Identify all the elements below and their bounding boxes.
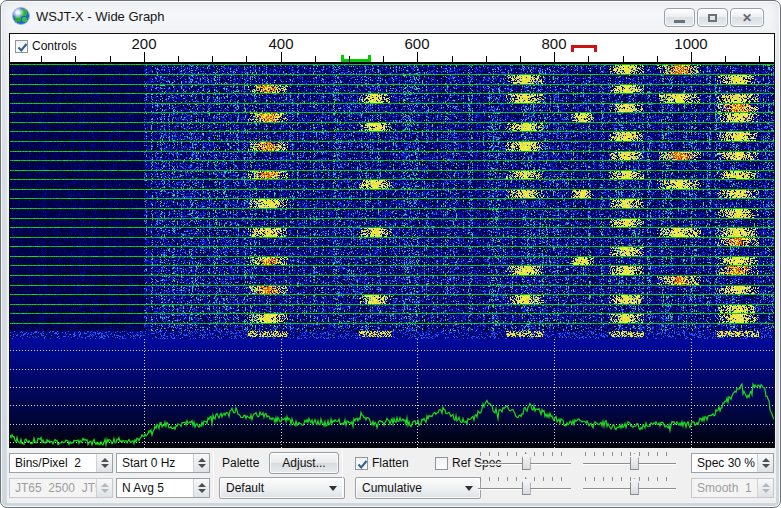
spinner-down-icon xyxy=(101,489,109,493)
jt65-jt9-split-spinner: JT65 2500 JT9 xyxy=(9,478,113,498)
spinner-up-icon[interactable] xyxy=(198,458,206,462)
scale-tick xyxy=(520,56,521,62)
scale-tick xyxy=(759,56,760,62)
palette-select[interactable]: Default xyxy=(219,477,345,499)
scale-tick xyxy=(554,52,555,62)
window-title: WSJT-X - Wide Graph xyxy=(36,9,165,24)
scale-tick-label: 200 xyxy=(122,35,166,52)
spinner-up-icon[interactable] xyxy=(101,458,109,462)
n-avg-value: N Avg 5 xyxy=(117,481,164,495)
spinner-down-icon[interactable] xyxy=(101,464,109,468)
scale-tick xyxy=(588,56,589,62)
spinner-up-icon[interactable] xyxy=(198,483,206,487)
spinner-down-icon xyxy=(762,489,770,493)
spinner-buttons[interactable] xyxy=(96,454,112,472)
scale-tick xyxy=(383,56,384,62)
smooth-value: Smooth 1 xyxy=(692,481,752,495)
wsjtx-wide-graph-window: WSJT-X - Wide Graph ✕ Controls 200400600… xyxy=(0,0,781,508)
adjust-button[interactable]: Adjust... xyxy=(269,452,339,474)
bins-pixel-value: Bins/Pixel 2 xyxy=(10,456,81,470)
spinner-buttons[interactable] xyxy=(193,479,209,497)
group-separator xyxy=(342,451,343,497)
spinner-down-icon[interactable] xyxy=(198,489,206,493)
group-separator xyxy=(213,451,214,497)
flatten-checkbox-box[interactable] xyxy=(355,457,368,470)
spinner-up-icon xyxy=(762,483,770,487)
spectrum-mode-select[interactable]: Cumulative xyxy=(355,477,481,499)
slider-bottom-left[interactable] xyxy=(478,476,571,500)
window-frame: WSJT-X - Wide Graph ✕ Controls 200400600… xyxy=(0,0,781,508)
close-button[interactable]: ✕ xyxy=(730,8,764,27)
maximize-button[interactable] xyxy=(697,8,728,27)
bins-pixel-spinner[interactable]: Bins/Pixel 2 xyxy=(9,453,113,473)
spectrum-display[interactable] xyxy=(10,331,774,449)
spec-percent-spinner[interactable]: Spec 30 % xyxy=(691,453,774,473)
minimize-button[interactable] xyxy=(664,8,695,27)
start-hz-spinner[interactable]: Start 0 Hz xyxy=(116,453,210,473)
controls-checkbox[interactable]: Controls xyxy=(15,39,77,53)
spinner-down-icon[interactable] xyxy=(198,464,206,468)
scale-tick xyxy=(75,56,76,62)
start-hz-value: Start 0 Hz xyxy=(117,456,175,470)
scale-tick-label: 800 xyxy=(532,35,576,52)
spinner-up-icon xyxy=(101,483,109,487)
titlebar[interactable]: WSJT-X - Wide Graph ✕ xyxy=(2,2,779,30)
scale-tick-label: 1000 xyxy=(669,35,713,52)
spinner-buttons[interactable] xyxy=(193,454,209,472)
jt65-jt9-split-value: JT65 2500 JT9 xyxy=(10,481,102,495)
close-icon: ✕ xyxy=(731,11,763,25)
scale-tick xyxy=(657,56,658,62)
slider-groove[interactable] xyxy=(583,463,676,465)
scale-tick xyxy=(725,56,726,62)
palette-label: Palette xyxy=(222,453,268,473)
minimize-icon xyxy=(674,20,685,23)
scale-tick xyxy=(315,56,316,62)
spectrum-mode-selected-value: Cumulative xyxy=(362,481,422,495)
scale-tick xyxy=(623,56,624,62)
client-area: Controls 2004006008001000 Bins/Pixel 2 S… xyxy=(7,30,776,503)
palette-selected-value: Default xyxy=(226,481,264,495)
scale-tick xyxy=(246,56,247,62)
scale-tick xyxy=(110,56,111,62)
scale-tick xyxy=(452,56,453,62)
scale-tick xyxy=(144,52,145,62)
chevron-down-icon xyxy=(465,486,473,491)
frequency-scale[interactable]: Controls 2004006008001000 xyxy=(10,34,774,63)
slider-groove[interactable] xyxy=(583,488,676,490)
spinner-buttons xyxy=(96,479,112,497)
scale-tick xyxy=(41,56,42,62)
scale-tick-label: 600 xyxy=(395,35,439,52)
slider-bottom-right[interactable] xyxy=(583,476,676,500)
flatten-checkbox[interactable]: Flatten xyxy=(355,456,409,470)
scale-tick xyxy=(486,56,487,62)
wsjtx-logo-icon xyxy=(13,8,29,24)
maximize-icon xyxy=(708,14,717,22)
plot-frame: Controls 2004006008001000 xyxy=(9,33,775,448)
spec-percent-value: Spec 30 % xyxy=(692,456,755,470)
controls-checkbox-label: Controls xyxy=(32,39,77,53)
rx-frequency-marker xyxy=(341,55,371,62)
scale-tick xyxy=(178,56,179,62)
spinner-up-icon[interactable] xyxy=(762,458,770,462)
slider-top-right[interactable] xyxy=(583,451,676,475)
waterfall-display[interactable] xyxy=(10,64,774,331)
scale-tick xyxy=(349,56,350,62)
slider-ticks xyxy=(585,477,674,481)
check-icon xyxy=(356,458,369,471)
scale-tick xyxy=(691,52,692,62)
n-avg-spinner[interactable]: N Avg 5 xyxy=(116,478,210,498)
slider-top-left[interactable] xyxy=(478,451,571,475)
slider-ticks xyxy=(585,452,674,456)
spinner-buttons xyxy=(757,479,773,497)
ref-spec-checkbox-box[interactable] xyxy=(435,457,448,470)
controls-checkbox-box[interactable] xyxy=(15,40,28,53)
chevron-down-icon xyxy=(329,486,337,491)
controls-panel: Bins/Pixel 2 Start 0 Hz JT65 2500 JT9 N … xyxy=(7,448,776,503)
spinner-down-icon[interactable] xyxy=(762,464,770,468)
scale-tick xyxy=(417,52,418,62)
check-icon xyxy=(16,41,29,54)
scale-tick xyxy=(281,52,282,62)
scale-tick xyxy=(212,56,213,62)
smooth-spinner: Smooth 1 xyxy=(691,478,774,498)
spinner-buttons[interactable] xyxy=(757,454,773,472)
